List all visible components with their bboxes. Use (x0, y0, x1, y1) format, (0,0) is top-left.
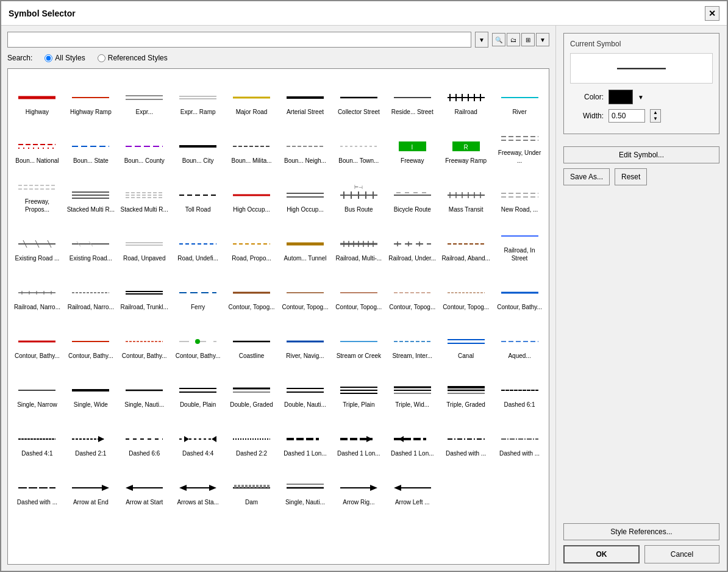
symbol-cell-22[interactable]: Stacked Multi R... (118, 169, 171, 218)
symbol-cell-69[interactable]: Dashed 6:1 (493, 364, 546, 413)
symbol-cell-53[interactable]: Contour, Bathy... (171, 315, 225, 364)
symbol-cell-75[interactable]: Dashed 1 Lon... (279, 413, 332, 462)
symbol-cell-30[interactable]: Existing Road ... (10, 218, 64, 266)
symbol-cell-39[interactable]: Railroad, In Street (493, 218, 546, 266)
reset-button[interactable]: Reset (615, 168, 647, 185)
symbol-cell-26[interactable]: ⊢⊣Bus Route (332, 169, 385, 218)
symbol-cell-77[interactable]: Dashed 1 Lon... (385, 413, 439, 462)
symbol-cell-46[interactable]: Contour, Topog... (332, 266, 385, 315)
symbol-cell-52[interactable]: Contour, Bathy... (118, 315, 171, 364)
symbol-cell-82[interactable]: Arrow at Start (118, 462, 171, 510)
symbol-cell-85[interactable]: Single, Nauti... (279, 462, 332, 510)
symbol-cell-13[interactable]: Boun... City (171, 120, 225, 169)
toolbar-icon-1[interactable]: 🔍 (492, 33, 505, 46)
symbol-cell-18[interactable]: RFreeway Ramp (439, 120, 493, 169)
symbol-cell-5[interactable]: Arterial Street (279, 71, 332, 120)
symbol-cell-38[interactable]: Railroad, Aband... (439, 218, 493, 266)
save-as-button[interactable]: Save As... (563, 168, 610, 185)
symbol-cell-54[interactable]: Coastline (225, 315, 279, 364)
symbol-cell-74[interactable]: Dashed 2:2 (225, 413, 279, 462)
symbol-cell-3[interactable]: Expr... Ramp (171, 71, 225, 120)
cancel-button[interactable]: Cancel (644, 545, 719, 563)
symbol-cell-15[interactable]: Boun... Neigh... (279, 120, 332, 169)
symbol-cell-9[interactable]: River (493, 71, 546, 120)
width-decrement[interactable]: ▼ (651, 116, 660, 122)
symbol-cell-86[interactable]: Arrow Rig... (332, 462, 385, 510)
symbol-cell-41[interactable]: Railroad, Narro... (64, 266, 118, 315)
symbol-cell-14[interactable]: Boun... Milita... (225, 120, 279, 169)
symbol-cell-67[interactable]: Triple, Wid... (385, 364, 439, 413)
symbol-cell-56[interactable]: Stream or Creek (332, 315, 385, 364)
symbol-cell-7[interactable]: Reside... Street (385, 71, 439, 120)
symbol-cell-68[interactable]: Triple, Graded (439, 364, 493, 413)
symbol-cell-27[interactable]: Bicycle Route (385, 169, 439, 218)
symbol-cell-24[interactable]: High Occup... (225, 169, 279, 218)
symbol-cell-31[interactable]: Existing Road... (64, 218, 118, 266)
toolbar-icon-2[interactable]: 🗂 (507, 33, 520, 46)
symbol-cell-37[interactable]: Railroad, Under... (385, 218, 439, 266)
symbol-cell-61[interactable]: Single, Wide (64, 364, 118, 413)
symbol-cell-76[interactable]: Dashed 1 Lon... (332, 413, 385, 462)
symbol-cell-8[interactable]: Railroad (439, 71, 493, 120)
symbol-cell-10[interactable]: Boun... National (10, 120, 64, 169)
symbol-cell-58[interactable]: Canal (439, 315, 493, 364)
symbol-cell-59[interactable]: Aqued... (493, 315, 546, 364)
symbol-cell-55[interactable]: River, Navig... (279, 315, 332, 364)
width-increment[interactable]: ▲ (651, 110, 660, 116)
symbol-cell-42[interactable]: Railroad, Trunkl... (118, 266, 171, 315)
symbol-cell-21[interactable]: Stacked Multi R... (64, 169, 118, 218)
edit-symbol-button[interactable]: Edit Symbol... (563, 146, 719, 163)
symbol-cell-23[interactable]: Toll Road (171, 169, 225, 218)
symbol-cell-0[interactable]: Highway (10, 71, 64, 120)
symbol-cell-48[interactable]: Contour, Topog... (439, 266, 493, 315)
symbol-cell-45[interactable]: Contour, Topog... (279, 266, 332, 315)
symbol-cell-80[interactable]: Dashed with ... (10, 462, 64, 510)
symbol-cell-19[interactable]: Freeway, Under ... (493, 120, 546, 169)
referenced-styles-radio[interactable]: Referenced Styles (98, 54, 168, 62)
symbol-cell-51[interactable]: Contour, Bathy... (64, 315, 118, 364)
symbol-cell-28[interactable]: Mass Transit (439, 169, 493, 218)
symbol-cell-57[interactable]: Stream, Inter... (385, 315, 439, 364)
symbol-cell-64[interactable]: Double, Graded (225, 364, 279, 413)
symbol-cell-12[interactable]: Boun... County (118, 120, 171, 169)
symbol-cell-40[interactable]: Railroad, Narro... (10, 266, 64, 315)
symbol-cell-11[interactable]: Boun... State (64, 120, 118, 169)
toolbar-icon-3[interactable]: ⊞ (521, 33, 535, 46)
symbol-cell-81[interactable]: Arrow at End (64, 462, 118, 510)
symbol-cell-6[interactable]: Collector Street (332, 71, 385, 120)
symbol-cell-34[interactable]: Road, Propo... (225, 218, 279, 266)
search-input[interactable] (7, 32, 471, 48)
symbol-cell-79[interactable]: Dashed with ... (493, 413, 546, 462)
symbol-cell-16[interactable]: Boun... Town... (332, 120, 385, 169)
close-button[interactable]: ✕ (705, 6, 719, 21)
symbol-cell-50[interactable]: Contour, Bathy... (10, 315, 64, 364)
all-styles-radio[interactable]: All Styles (45, 54, 85, 62)
symbol-cell-73[interactable]: Dashed 4:4 (171, 413, 225, 462)
symbol-cell-20[interactable]: Freeway, Propos... (10, 169, 64, 218)
color-swatch[interactable] (608, 90, 633, 104)
toolbar-icon-dropdown[interactable]: ▼ (536, 33, 549, 46)
symbol-cell-72[interactable]: Dashed 6:6 (118, 413, 171, 462)
symbol-grid-container[interactable]: HighwayHighway RampExpr...Expr... RampMa… (7, 68, 549, 565)
ok-button[interactable]: OK (563, 545, 640, 563)
symbol-cell-25[interactable]: High Occup... (279, 169, 332, 218)
symbol-cell-43[interactable]: Ferry (171, 266, 225, 315)
symbol-cell-36[interactable]: Railroad, Multi-... (332, 218, 385, 266)
symbol-cell-17[interactable]: IFreeway (385, 120, 439, 169)
symbol-cell-70[interactable]: Dashed 4:1 (10, 413, 64, 462)
symbol-cell-47[interactable]: Contour, Topog... (385, 266, 439, 315)
symbol-cell-66[interactable]: Triple, Plain (332, 364, 385, 413)
symbol-cell-63[interactable]: Double, Plain (171, 364, 225, 413)
symbol-cell-2[interactable]: Expr... (118, 71, 171, 120)
symbol-cell-29[interactable]: New Road, ... (493, 169, 546, 218)
color-dropdown-arrow[interactable]: ▼ (638, 94, 644, 101)
symbol-cell-32[interactable]: Road, Unpaved (118, 218, 171, 266)
search-dropdown-button[interactable]: ▼ (475, 32, 488, 48)
symbol-cell-33[interactable]: Road, Undefi... (171, 218, 225, 266)
style-references-button[interactable]: Style References... (563, 523, 719, 540)
symbol-cell-83[interactable]: Arrows at Sta... (171, 462, 225, 510)
symbol-cell-1[interactable]: Highway Ramp (64, 71, 118, 120)
symbol-cell-78[interactable]: Dashed with ... (439, 413, 493, 462)
width-input[interactable] (608, 109, 645, 123)
symbol-cell-71[interactable]: Dashed 2:1 (64, 413, 118, 462)
